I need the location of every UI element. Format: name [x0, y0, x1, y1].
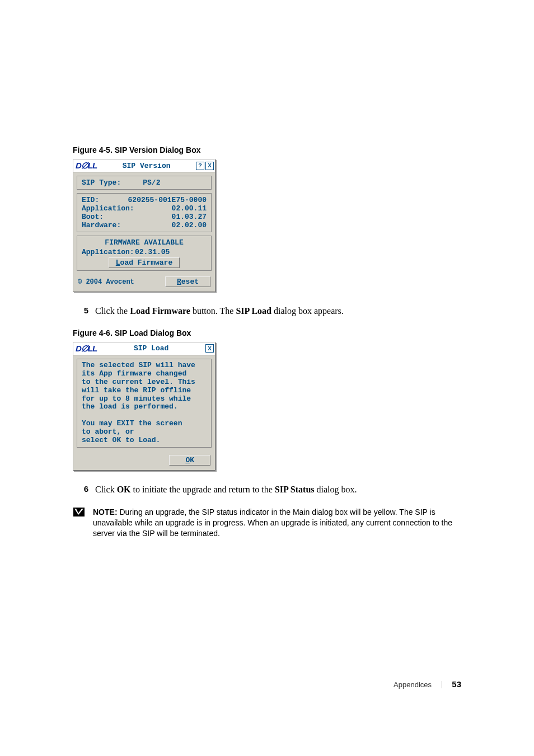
- application-label: Application:: [82, 204, 135, 213]
- msg-line: to abort, or: [82, 428, 207, 436]
- msg-line: the load is performed.: [82, 403, 207, 411]
- note-text: NOTE: During an upgrade, the SIP status …: [86, 507, 461, 539]
- boot-value: 01.03.27: [135, 213, 207, 221]
- figure-4-6-caption: Figure 4-6. SIP Load Dialog Box: [73, 328, 461, 337]
- close-icon[interactable]: X: [205, 162, 214, 170]
- step-number: 6: [73, 484, 95, 496]
- sip-type-label: SIP Type:: [82, 179, 121, 187]
- firmware-panel: FIRMWARE AVAILABLE Application: 02.31.05…: [77, 236, 212, 271]
- hardware-label: Hardware:: [82, 221, 135, 229]
- application-value: 02.00.11: [135, 204, 207, 213]
- fw-application-label: Application:: [82, 248, 135, 256]
- step5-btn: Load Firmware: [130, 306, 190, 316]
- step-text: Click OK to initiate the upgrade and ret…: [95, 484, 461, 496]
- titlebar: D∅LL SIP Load X: [73, 342, 215, 355]
- msg-line: will take the RIP offline: [82, 387, 207, 395]
- msg-line: The selected SIP will have: [82, 361, 207, 370]
- sip-version-dialog: D∅LL SIP Version ? X SIP Type: PS/2 EID:…: [73, 159, 216, 292]
- hardware-value: 02.02.00: [135, 221, 207, 229]
- document-page: Figure 4-5. SIP Version Dialog Box D∅LL …: [0, 0, 534, 756]
- eid-value: 620255-001E75-0000: [109, 196, 207, 204]
- step5-pre: Click the: [95, 306, 130, 316]
- step6-post: dialog box.: [315, 485, 357, 494]
- step-number: 5: [73, 306, 95, 317]
- version-info-panel: EID: 620255-001E75-0000 Application: 02.…: [77, 193, 212, 232]
- step6-mid: to initiate the upgrade and return to th…: [131, 485, 275, 494]
- note-body: During an upgrade, the SIP status indica…: [93, 508, 452, 538]
- footer-separator: [442, 681, 442, 688]
- firmware-available-header: FIRMWARE AVAILABLE: [82, 238, 207, 247]
- ok-button[interactable]: OK: [169, 455, 210, 466]
- step5-post: dialog box appears.: [271, 306, 344, 316]
- msg-line: for up to 8 minutes while: [82, 395, 207, 403]
- boot-label: Boot:: [82, 213, 135, 221]
- reset-button[interactable]: Reset: [165, 276, 210, 287]
- dialog-title: SIP Load: [97, 344, 205, 353]
- step6-dlg: SIP Status: [275, 485, 315, 494]
- note-icon: [73, 507, 86, 539]
- step5-dlg: SIP Load: [236, 306, 271, 316]
- close-icon[interactable]: X: [205, 344, 214, 353]
- titlebar: D∅LL SIP Version ? X: [73, 159, 215, 172]
- sip-load-dialog: D∅LL SIP Load X The selected SIP will ha…: [73, 342, 216, 471]
- step6-ok: OK: [117, 485, 131, 494]
- step-5: 5 Click the Load Firmware button. The SI…: [73, 306, 461, 317]
- note-block: NOTE: During an upgrade, the SIP status …: [73, 507, 461, 539]
- help-icon[interactable]: ?: [196, 162, 204, 170]
- step5-mid: button. The: [190, 306, 236, 316]
- sip-type-panel: SIP Type: PS/2: [77, 176, 212, 190]
- sip-type-value: PS/2: [143, 179, 160, 187]
- step-6: 6 Click OK to initiate the upgrade and r…: [73, 484, 461, 496]
- msg-line: select OK to Load.: [82, 436, 207, 445]
- page-number: 53: [452, 679, 461, 689]
- figure-4-5-caption: Figure 4-5. SIP Version Dialog Box: [73, 145, 461, 154]
- fw-application-value: 02.31.05: [135, 248, 170, 256]
- msg-line: its App firmware changed: [82, 370, 207, 378]
- dell-logo: D∅LL: [76, 344, 97, 354]
- eid-label: EID:: [82, 196, 109, 204]
- footer-section: Appendices: [394, 680, 432, 689]
- copyright-text: © 2004 Avocent: [78, 278, 134, 286]
- step6-pre: Click: [95, 485, 117, 494]
- load-firmware-button[interactable]: Load Firmware: [109, 257, 180, 268]
- msg-line: to the current level. This: [82, 378, 207, 387]
- page-footer: Appendices 53: [394, 679, 461, 689]
- dell-logo: D∅LL: [76, 161, 97, 171]
- dialog-title: SIP Version: [97, 162, 196, 170]
- step-text: Click the Load Firmware button. The SIP …: [95, 306, 461, 317]
- note-label: NOTE:: [93, 508, 119, 516]
- msg-line: You may EXIT the screen: [82, 420, 207, 428]
- sip-load-message-panel: The selected SIP will have its App firmw…: [77, 359, 212, 448]
